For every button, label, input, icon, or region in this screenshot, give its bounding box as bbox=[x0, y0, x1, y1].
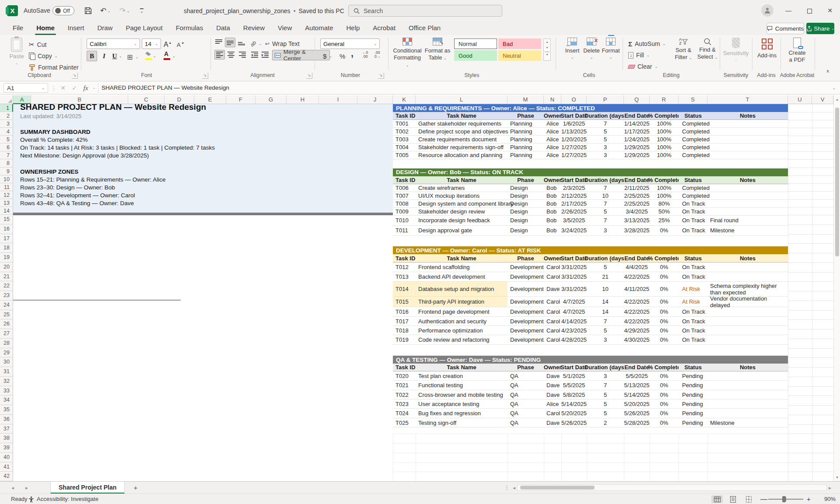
row-header-8[interactable]: 8 bbox=[0, 159, 13, 167]
horizontal-scrollbar[interactable] bbox=[517, 484, 827, 491]
column-owner-header[interactable]: Owner bbox=[544, 364, 561, 371]
row-header-28[interactable]: 28 bbox=[0, 339, 13, 348]
normal-view-button[interactable] bbox=[711, 495, 723, 503]
cell-notes[interactable] bbox=[707, 307, 788, 317]
cell-phase[interactable]: Planning bbox=[508, 144, 544, 151]
vertical-scroll-thumb[interactable] bbox=[835, 108, 839, 256]
cell-phase[interactable]: QA bbox=[508, 418, 544, 427]
cell-owner[interactable]: Alice bbox=[544, 144, 561, 151]
cell-start-date[interactable]: 1/13/2025 bbox=[561, 128, 587, 136]
column-header-K[interactable]: K bbox=[393, 95, 416, 104]
cell-owner[interactable]: Bob bbox=[544, 226, 561, 236]
cell-phase[interactable]: Design bbox=[508, 208, 544, 216]
cell-phase[interactable]: QA bbox=[508, 381, 544, 390]
column-header-U[interactable]: U bbox=[788, 95, 812, 104]
cell-owner[interactable]: Dave bbox=[544, 418, 561, 427]
gallery-up-icon[interactable]: ▴ bbox=[544, 39, 550, 45]
row-header-23[interactable]: 23 bbox=[0, 291, 13, 301]
cell-task-id[interactable]: T020 bbox=[393, 371, 416, 381]
cell-notes[interactable] bbox=[707, 381, 788, 390]
expand-formula-bar[interactable]: ⌄ bbox=[830, 81, 837, 94]
percent-style-button[interactable]: % bbox=[340, 51, 345, 61]
column-task-name-header[interactable]: Task Name bbox=[416, 112, 508, 120]
column-notes-header[interactable]: Notes bbox=[707, 254, 788, 262]
comments-button[interactable]: Comments bbox=[766, 23, 804, 34]
row-header-41[interactable]: 41 bbox=[0, 462, 13, 472]
cell-end-date[interactable]: 3/4/2025 bbox=[624, 208, 650, 216]
cell-pct-complete[interactable]: 0% bbox=[650, 418, 679, 427]
ribbon-tab-home[interactable]: Home bbox=[30, 21, 61, 35]
cell-owner[interactable]: Carol bbox=[544, 335, 561, 345]
cell-start-date[interactable]: 2/17/2025 bbox=[561, 200, 587, 208]
document-title-area[interactable]: shared_project_plan_ownership_zones • Sa… bbox=[184, 0, 351, 21]
ribbon-tab-file[interactable]: File bbox=[6, 21, 30, 35]
row-header-4[interactable]: 4 bbox=[0, 128, 13, 136]
cell-start-date[interactable]: 2/12/2025 bbox=[561, 192, 587, 200]
cell-task-name[interactable]: Authentication and security bbox=[416, 317, 508, 326]
addins-button[interactable]: Add-ins bbox=[753, 38, 780, 59]
page-layout-view-button[interactable] bbox=[727, 495, 738, 503]
insert-function-button[interactable]: fx bbox=[80, 81, 91, 94]
cell-phase[interactable]: Development bbox=[508, 307, 544, 317]
column-pct-complete-header[interactable]: % Complete bbox=[650, 176, 679, 184]
cell-notes[interactable]: Milestone bbox=[707, 418, 788, 427]
sort-filter-button[interactable]: AZ Sort & Filter ⌄ bbox=[672, 38, 695, 62]
cell-notes[interactable]: Schema complexity higher than expected bbox=[707, 282, 788, 297]
fill-button[interactable]: ↓Fill⌄ bbox=[628, 50, 650, 60]
align-middle-button[interactable] bbox=[225, 38, 235, 47]
cell-task-id[interactable]: T009 bbox=[393, 208, 416, 216]
cell-task-name[interactable]: Backend API development bbox=[416, 272, 508, 282]
cell-phase[interactable]: Design bbox=[508, 184, 544, 192]
cell-duration[interactable]: 5 bbox=[587, 399, 624, 409]
quick-access-more-button[interactable]: ⌄ bbox=[136, 0, 147, 21]
row-header-29[interactable]: 29 bbox=[0, 348, 13, 358]
cell-status[interactable]: On Track bbox=[679, 200, 707, 208]
column-phase-header[interactable]: Phase bbox=[508, 364, 544, 371]
cell-duration[interactable]: 3 bbox=[587, 335, 624, 345]
cell-task-name[interactable]: Database setup and migration bbox=[416, 282, 508, 297]
cell-notes[interactable] bbox=[707, 390, 788, 399]
row-header-36[interactable]: 36 bbox=[0, 415, 13, 424]
cell-pct-complete[interactable]: 80% bbox=[650, 200, 679, 208]
cell-task-name[interactable]: Define project scope and objectives bbox=[416, 128, 508, 136]
column-header-R[interactable]: R bbox=[650, 95, 679, 104]
cell-status[interactable]: Completed bbox=[679, 151, 707, 159]
cell-task-name[interactable]: Create wireframes bbox=[416, 184, 508, 192]
cell-owner[interactable]: Carol bbox=[544, 326, 561, 335]
cell-owner[interactable]: Carol bbox=[544, 307, 561, 317]
cell-owner[interactable]: Carol bbox=[544, 317, 561, 326]
cell-phase[interactable]: Design bbox=[508, 216, 544, 226]
row-header-16[interactable]: 16 bbox=[0, 224, 13, 234]
cell-phase[interactable]: Planning bbox=[508, 120, 544, 128]
cell-duration[interactable]: 14 bbox=[587, 307, 624, 317]
cell-start-date[interactable]: 4/28/2025 bbox=[561, 335, 587, 345]
row-header-32[interactable]: 32 bbox=[0, 377, 13, 386]
style-bad[interactable]: Bad bbox=[498, 38, 541, 49]
column-header-N[interactable]: N bbox=[544, 95, 561, 104]
accounting-format-button[interactable]: $⌄ bbox=[323, 51, 332, 61]
increase-decimal-button[interactable]: ←0.00 bbox=[362, 51, 368, 59]
cell-status[interactable]: Pending bbox=[679, 381, 707, 390]
cell-duration[interactable]: 7 bbox=[587, 184, 624, 192]
cell-owner[interactable]: Bob bbox=[544, 216, 561, 226]
cell-notes[interactable] bbox=[707, 136, 788, 144]
save-icon[interactable] bbox=[81, 0, 94, 21]
row-header-27[interactable]: 27 bbox=[0, 329, 13, 339]
cell-owner[interactable]: Bob bbox=[544, 184, 561, 192]
cell-status[interactable]: On Track bbox=[679, 307, 707, 317]
section-header-qa[interactable]: QA & TESTING — Owner: Dave — Status: PEN… bbox=[393, 356, 788, 364]
cell-task-id[interactable]: T023 bbox=[393, 399, 416, 409]
summary-line-row-11[interactable]: Rows 23–30: Design — Owner: Bob bbox=[20, 184, 115, 192]
column-task-id-header[interactable]: Task ID bbox=[393, 112, 416, 120]
column-status-header[interactable]: Status bbox=[679, 176, 707, 184]
cell-end-date[interactable]: 2/11/2025 bbox=[624, 184, 650, 192]
sensitivity-button[interactable]: Sensitivity ⌄ bbox=[721, 38, 750, 64]
cell-end-date[interactable]: 1/29/2025 bbox=[624, 151, 650, 159]
row-header-14[interactable]: 14 bbox=[0, 207, 13, 215]
row-header-24[interactable]: 24 bbox=[0, 301, 13, 310]
format-as-table-button[interactable]: ✎ Format as Table ⌄ bbox=[424, 38, 452, 62]
cell-start-date[interactable]: 1/27/2025 bbox=[561, 151, 587, 159]
cell-end-date[interactable]: 3/28/2025 bbox=[624, 226, 650, 236]
autosave-toggle[interactable]: Off bbox=[52, 6, 74, 15]
cell-notes[interactable] bbox=[707, 326, 788, 335]
